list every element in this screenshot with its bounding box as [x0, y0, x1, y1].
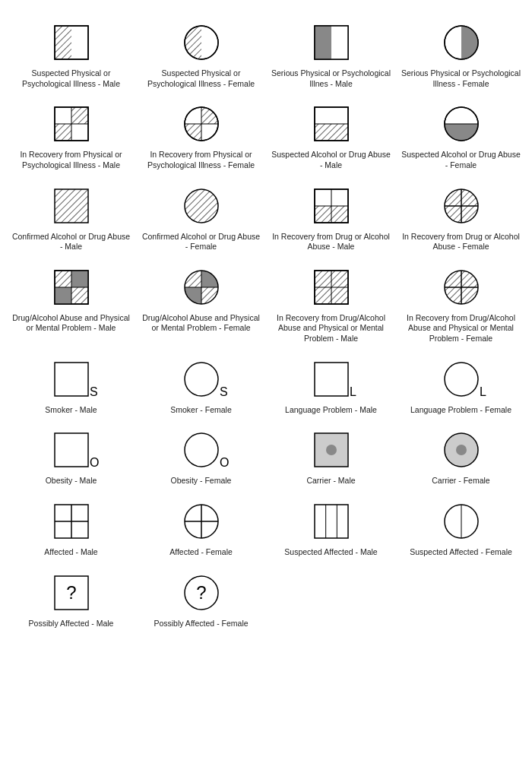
suspected-physical-female: Suspected Physical or Psychological Illn…	[138, 17, 264, 92]
drug-physical-male: Drug/Alcohol Abuse and Physical or Menta…	[8, 261, 135, 347]
possibly-affected-female: ?Possibly Affected - Female	[138, 567, 264, 632]
svg-text:?: ?	[196, 582, 206, 603]
serious-physical-male-label: Serious Physical or Psychological Illnes…	[271, 68, 392, 89]
obesity-male: OObesity - Male	[8, 424, 135, 489]
svg-rect-116	[315, 505, 348, 538]
svg-rect-66	[55, 287, 71, 304]
recovery-physical-male-label: In Recovery from Physical or Psychologic…	[11, 150, 132, 170]
suspected-physical-male-label: Suspected Physical or Psychological Illn…	[11, 68, 132, 89]
language-female-label: Language Problem - Female	[410, 405, 511, 416]
affected-male-label: Affected - Male	[44, 547, 97, 558]
svg-point-48	[185, 189, 218, 223]
drug-physical-female-label: Drug/Alcohol Abuse and Physical or Menta…	[141, 313, 262, 334]
confirmed-alcohol-male: Confirmed Alcohol or Drug Abuse - Male	[8, 180, 135, 255]
recovery-drug-physical-male-label: In Recovery from Drug/Alcohol Abuse and …	[271, 313, 392, 344]
language-male: LLanguage Problem - Male	[268, 353, 394, 419]
serious-physical-female: Serious Physical or Psychological Illnes…	[397, 17, 524, 92]
carrier-male-label: Carrier - Male	[306, 476, 355, 486]
smoker-female: SSmoker - Female	[138, 353, 264, 419]
svg-text:L: L	[350, 385, 356, 398]
language-female: LLanguage Problem - Female	[397, 353, 524, 419]
language-male-label: Language Problem - Male	[285, 405, 377, 416]
recovery-alcohol-female-label: In Recovery from Drug or Alcohol Abuse -…	[401, 232, 522, 252]
svg-text:S: S	[90, 385, 98, 398]
suspected-affected-female-label: Suspected Affected - Female	[410, 547, 512, 558]
suspected-affected-male-label: Suspected Affected - Male	[284, 547, 377, 558]
suspected-alcohol-female: Suspected Alcohol or Drug Abuse - Female	[397, 98, 524, 173]
suspected-alcohol-female-label: Suspected Alcohol or Drug Abuse - Female	[401, 150, 522, 170]
serious-physical-male: Serious Physical or Psychological Illnes…	[268, 17, 394, 92]
svg-point-109	[456, 445, 467, 455]
carrier-male: Carrier - Male	[268, 424, 394, 489]
svg-rect-11	[331, 26, 348, 59]
svg-rect-20	[55, 107, 71, 124]
obesity-male-label: Obesity - Male	[46, 476, 97, 486]
recovery-physical-female-label: In Recovery from Physical or Psychologic…	[141, 150, 262, 170]
svg-rect-8	[185, 26, 201, 59]
drug-physical-female: Drug/Alcohol Abuse and Physical or Menta…	[138, 261, 264, 347]
svg-rect-23	[71, 124, 88, 141]
obesity-female: OObesity - Female	[138, 424, 264, 489]
confirmed-alcohol-female-label: Confirmed Alcohol or Drug Abuse - Female	[141, 232, 262, 252]
recovery-alcohol-male: In Recovery from Drug or Alcohol Abuse -…	[268, 180, 394, 255]
affected-female-label: Affected - Female	[169, 547, 233, 558]
carrier-female: Carrier - Female	[397, 424, 524, 489]
drug-physical-male-label: Drug/Alcohol Abuse and Physical or Menta…	[11, 313, 132, 334]
obesity-female-label: Obesity - Female	[171, 476, 232, 486]
svg-point-104	[185, 433, 218, 467]
affected-female: Affected - Female	[138, 496, 264, 561]
svg-point-100	[445, 363, 478, 396]
recovery-alcohol-male-label: In Recovery from Drug or Alcohol Abuse -…	[271, 232, 392, 252]
svg-text:O: O	[220, 456, 229, 469]
recovery-alcohol-female: In Recovery from Drug or Alcohol Abuse -…	[397, 180, 524, 255]
recovery-drug-physical-female-label: In Recovery from Drug/Alcohol Abuse and …	[401, 313, 522, 344]
svg-text:O: O	[90, 456, 99, 469]
svg-rect-37	[315, 124, 348, 141]
svg-rect-94	[55, 363, 88, 396]
svg-point-96	[185, 363, 218, 396]
svg-rect-46	[55, 189, 88, 223]
svg-rect-65	[71, 271, 88, 287]
svg-rect-22	[55, 124, 71, 141]
suspected-affected-female: Suspected Affected - Female	[397, 496, 524, 561]
symbols-grid: Suspected Physical or Psychological Illn…	[8, 17, 524, 632]
svg-rect-16	[461, 26, 478, 59]
recovery-physical-male: In Recovery from Physical or Psychologic…	[8, 98, 135, 173]
affected-male: Affected - Male	[8, 496, 135, 561]
svg-rect-98	[315, 363, 348, 396]
possibly-affected-male: ?Possibly Affected - Male	[8, 567, 135, 632]
recovery-drug-physical-male: In Recovery from Drug/Alcohol Abuse and …	[268, 261, 394, 347]
suspected-physical-female-label: Suspected Physical or Psychological Illn…	[141, 68, 262, 89]
suspected-physical-male: Suspected Physical or Psychological Illn…	[8, 17, 135, 92]
recovery-drug-physical-female: In Recovery from Drug/Alcohol Abuse and …	[397, 261, 524, 347]
svg-text:?: ?	[66, 582, 76, 603]
svg-rect-67	[71, 287, 88, 304]
svg-rect-12	[315, 26, 331, 59]
svg-text:S: S	[220, 385, 228, 398]
suspected-affected-male: Suspected Affected - Male	[268, 496, 394, 561]
smoker-male-label: Smoker - Male	[45, 405, 97, 416]
suspected-alcohol-male-label: Suspected Alcohol or Drug Abuse - Male	[271, 150, 392, 170]
confirmed-alcohol-female: Confirmed Alcohol or Drug Abuse - Female	[138, 180, 264, 255]
smoker-male: SSmoker - Male	[8, 353, 135, 419]
recovery-physical-female: In Recovery from Physical or Psychologic…	[138, 98, 264, 173]
svg-rect-102	[55, 433, 88, 467]
smoker-female-label: Smoker - Female	[170, 405, 232, 416]
suspected-alcohol-male: Suspected Alcohol or Drug Abuse - Male	[268, 98, 394, 173]
confirmed-alcohol-male-label: Confirmed Alcohol or Drug Abuse - Male	[11, 232, 132, 252]
possibly-affected-female-label: Possibly Affected - Female	[154, 619, 248, 629]
serious-physical-female-label: Serious Physical or Psychological Illnes…	[401, 68, 522, 89]
carrier-female-label: Carrier - Female	[432, 476, 489, 486]
svg-rect-64	[55, 271, 71, 287]
svg-text:L: L	[480, 385, 486, 398]
svg-rect-21	[71, 107, 88, 124]
svg-rect-3	[55, 26, 71, 59]
possibly-affected-male-label: Possibly Affected - Male	[29, 619, 114, 629]
svg-point-107	[326, 445, 337, 455]
svg-rect-42	[445, 124, 478, 141]
